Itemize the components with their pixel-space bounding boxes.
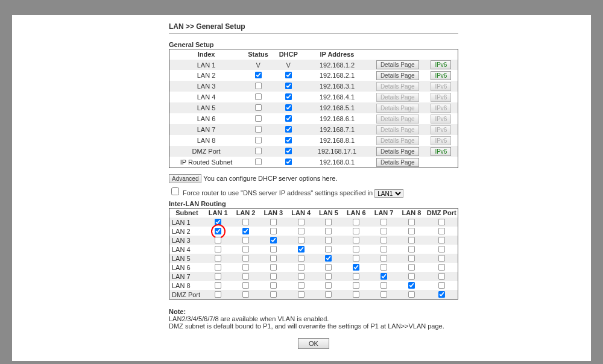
routing-checkbox[interactable] (242, 246, 249, 253)
routing-checkbox[interactable] (325, 273, 332, 280)
routing-checkbox[interactable] (353, 237, 359, 243)
routing-checkbox[interactable] (270, 237, 277, 243)
routing-checkbox[interactable] (408, 264, 415, 271)
routing-checkbox[interactable] (325, 237, 332, 243)
routing-checkbox[interactable] (298, 228, 305, 234)
routing-checkbox[interactable] (353, 255, 359, 262)
status-checkbox[interactable] (255, 93, 262, 100)
routing-checkbox[interactable] (298, 282, 305, 289)
routing-checkbox[interactable] (215, 291, 221, 298)
routing-checkbox[interactable] (380, 219, 387, 225)
routing-checkbox[interactable] (408, 237, 415, 243)
routing-checkbox[interactable] (325, 255, 332, 262)
dhcp-checkbox[interactable] (285, 83, 292, 89)
routing-checkbox[interactable] (380, 255, 387, 262)
routing-checkbox[interactable] (353, 273, 359, 280)
routing-checkbox[interactable] (408, 228, 415, 234)
routing-checkbox[interactable] (380, 228, 387, 234)
routing-checkbox[interactable] (353, 264, 359, 271)
routing-checkbox[interactable] (408, 219, 415, 225)
routing-checkbox[interactable] (298, 291, 305, 298)
routing-checkbox[interactable] (353, 282, 359, 289)
routing-checkbox[interactable] (438, 219, 445, 225)
routing-checkbox[interactable] (325, 246, 332, 253)
routing-checkbox[interactable] (325, 219, 332, 225)
status-checkbox[interactable] (255, 137, 262, 143)
routing-checkbox[interactable] (438, 291, 445, 298)
routing-checkbox[interactable] (438, 237, 445, 243)
routing-checkbox[interactable] (408, 291, 415, 298)
advanced-button[interactable]: Advanced (169, 174, 201, 183)
force-dns-checkbox[interactable] (171, 187, 179, 195)
dhcp-checkbox[interactable] (285, 137, 292, 143)
ok-button[interactable]: OK (298, 338, 329, 349)
routing-checkbox[interactable] (270, 246, 277, 253)
routing-checkbox[interactable] (270, 273, 277, 280)
force-dns-select[interactable]: LAN1 (374, 189, 403, 198)
routing-checkbox[interactable] (270, 219, 277, 225)
routing-checkbox[interactable] (298, 237, 305, 243)
routing-checkbox[interactable] (380, 282, 387, 289)
routing-checkbox[interactable] (242, 237, 249, 243)
routing-checkbox[interactable] (242, 228, 249, 234)
status-checkbox[interactable] (255, 126, 262, 133)
routing-checkbox[interactable] (298, 264, 305, 271)
routing-checkbox[interactable] (353, 228, 359, 234)
routing-checkbox[interactable] (242, 282, 249, 289)
routing-checkbox[interactable] (325, 291, 332, 298)
details-button[interactable]: Details Page (376, 158, 419, 167)
routing-checkbox[interactable] (438, 228, 445, 234)
routing-checkbox[interactable] (270, 264, 277, 271)
ipv6-button[interactable]: IPv6 (431, 71, 451, 80)
routing-checkbox[interactable] (325, 264, 332, 271)
details-button[interactable]: Details Page (376, 60, 419, 69)
routing-checkbox[interactable] (408, 246, 415, 253)
routing-checkbox[interactable] (380, 237, 387, 243)
routing-checkbox[interactable] (353, 219, 359, 225)
status-checkbox[interactable] (255, 83, 262, 89)
routing-checkbox[interactable] (438, 264, 445, 271)
routing-checkbox[interactable] (215, 219, 221, 225)
ipv6-button[interactable]: IPv6 (431, 60, 451, 69)
routing-checkbox[interactable] (242, 219, 249, 225)
routing-checkbox[interactable] (215, 273, 221, 280)
routing-checkbox[interactable] (215, 282, 221, 289)
dhcp-checkbox[interactable] (285, 148, 292, 154)
routing-checkbox[interactable] (438, 282, 445, 289)
routing-checkbox[interactable] (353, 246, 359, 253)
routing-checkbox[interactable] (380, 273, 387, 280)
routing-checkbox[interactable] (215, 246, 221, 253)
dhcp-checkbox[interactable] (285, 126, 292, 133)
status-checkbox[interactable] (255, 115, 262, 122)
routing-checkbox[interactable] (298, 255, 305, 262)
routing-checkbox[interactable] (438, 273, 445, 280)
routing-checkbox[interactable] (298, 219, 305, 225)
routing-checkbox[interactable] (408, 273, 415, 280)
routing-checkbox[interactable] (270, 282, 277, 289)
routing-checkbox[interactable] (242, 255, 249, 262)
routing-checkbox[interactable] (325, 282, 332, 289)
ipv6-button[interactable]: IPv6 (431, 147, 451, 156)
routing-checkbox[interactable] (215, 237, 221, 243)
routing-checkbox[interactable] (270, 291, 277, 298)
routing-checkbox[interactable] (215, 255, 221, 262)
details-button[interactable]: Details Page (376, 147, 419, 156)
routing-checkbox[interactable] (215, 264, 221, 271)
status-checkbox[interactable] (255, 72, 262, 78)
routing-checkbox[interactable] (380, 246, 387, 253)
routing-checkbox[interactable] (325, 228, 332, 234)
dhcp-checkbox[interactable] (285, 115, 292, 122)
status-checkbox[interactable] (255, 104, 262, 111)
routing-checkbox[interactable] (242, 273, 249, 280)
routing-checkbox[interactable] (438, 255, 445, 262)
status-checkbox[interactable] (255, 148, 262, 154)
routing-checkbox[interactable] (438, 246, 445, 253)
routing-checkbox[interactable] (242, 291, 249, 298)
details-button[interactable]: Details Page (376, 71, 419, 80)
routing-checkbox[interactable] (353, 291, 359, 298)
routing-checkbox[interactable] (242, 264, 249, 271)
dhcp-checkbox[interactable] (285, 158, 292, 165)
routing-checkbox[interactable] (380, 291, 387, 298)
dhcp-checkbox[interactable] (285, 93, 292, 100)
routing-checkbox[interactable] (298, 273, 305, 280)
